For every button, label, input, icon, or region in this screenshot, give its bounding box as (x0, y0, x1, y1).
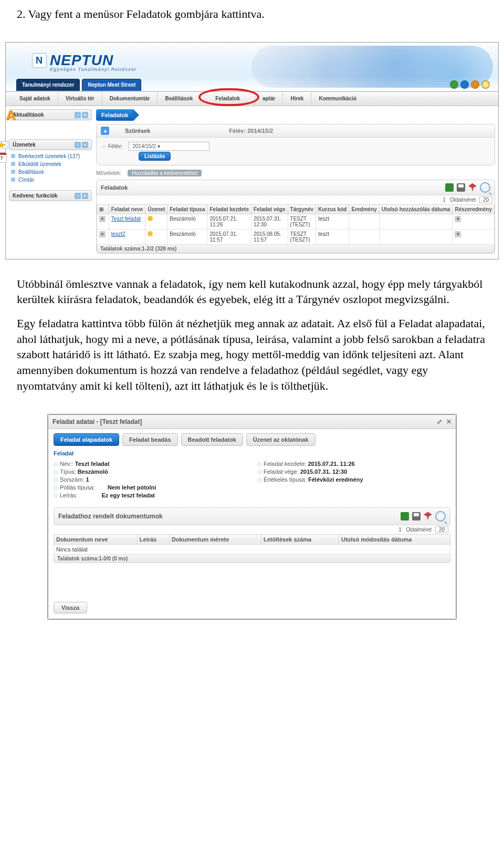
tab-beadas[interactable]: Feladat beadás (122, 433, 177, 446)
expand-icon[interactable]: + (99, 231, 106, 237)
contrast-icon[interactable] (481, 80, 490, 89)
sidebar-head-aktualitasok[interactable]: Aktualitások ↕× (9, 109, 92, 120)
menu-sajat-adatok[interactable]: Saját adatok (12, 92, 58, 106)
row-menu-icon[interactable]: + (455, 231, 461, 237)
col-dok-letoltes[interactable]: Letöltések száma (261, 534, 339, 544)
filter-title: Szűrések (125, 128, 150, 134)
toptab-tanulmanyi[interactable]: Tanulmányi rendszer (16, 79, 80, 91)
tab-beadott[interactable]: Beadott feladatok (181, 433, 243, 446)
theme-icon-orange[interactable] (471, 80, 479, 89)
add-favorite-link[interactable]: Hozzáadás a kedvencekhez (128, 170, 202, 176)
neptun-logo-mark: N (32, 53, 47, 68)
felev-select[interactable]: 2014/15/2 ▾ (129, 142, 209, 151)
bullet-icon (11, 178, 15, 182)
menu-naptar-cropped[interactable]: aptár (255, 92, 282, 106)
expand-icon[interactable]: + (99, 216, 106, 222)
bullet-icon (11, 162, 15, 166)
col-utolso-hozzaszolas[interactable]: Utolsó hozzászólás dátuma (379, 204, 453, 214)
col-reszeredmeny[interactable]: Részeredmény (453, 204, 495, 214)
sidebar-head-kedvenc[interactable]: Kedvenc funkciók ↕× (9, 190, 92, 201)
table-row[interactable]: + teszt2 Beszámoló 2015.07.31. 11:57 201… (97, 229, 495, 244)
cell-start: 2015.07.31. 11:57 (207, 229, 251, 244)
collapse-icon[interactable]: ↕ (75, 142, 81, 148)
col-dok-modositas[interactable]: Utolsó módosítás dátuma (339, 534, 450, 544)
grid-title: Feladatok (101, 184, 128, 191)
col-feladat-vege[interactable]: Feladat vége (251, 204, 288, 214)
menu-dokumentumtar[interactable]: Dokumentumtár (102, 92, 158, 106)
col-expand[interactable]: ⊞ (97, 204, 109, 214)
docs-table: Dokumentum neve Leírás Dokumentum mérete… (54, 534, 450, 555)
theme-icon-green[interactable] (450, 80, 458, 89)
collapse-icon[interactable]: ↕ (75, 112, 81, 118)
task-link[interactable]: Teszt feladat (111, 216, 141, 222)
pin-icon[interactable] (468, 183, 477, 192)
task-link[interactable]: teszt2 (111, 231, 125, 237)
results-summary: Találatok száma:1-2/2 (328 ms) (97, 245, 495, 253)
neptun-brand-sub: Egységes Tanulmányi Rendszer (50, 67, 136, 72)
close-icon[interactable]: × (82, 142, 88, 148)
table-row[interactable]: + Teszt feladat Beszámoló 2015.07.21. 11… (97, 214, 495, 229)
row-menu-icon[interactable]: + (455, 216, 461, 222)
print-icon[interactable] (412, 512, 421, 520)
toptab-meetstreet[interactable]: Neptun Meet Street (82, 79, 141, 91)
expand-icon[interactable]: ⤢ (437, 418, 442, 425)
col-dok-leiras[interactable]: Leírás (137, 534, 169, 544)
close-icon[interactable]: × (82, 112, 88, 118)
collapse-icon[interactable]: ↕ (75, 193, 81, 199)
menu-virtualis-ter[interactable]: Virtuális tér (58, 92, 102, 106)
col-feladat-kezdete[interactable]: Feladat kezdete (207, 204, 251, 214)
msg-status-icon (148, 216, 153, 221)
search-icon[interactable] (480, 182, 490, 193)
search-icon[interactable] (435, 511, 446, 522)
felev-label: Félév: (108, 143, 122, 149)
tab-uzenet[interactable]: Üzenet az oktatónak (246, 433, 316, 446)
msg-status-icon (148, 231, 153, 236)
close-icon[interactable]: ✕ (446, 418, 452, 425)
grid-panel: Feladatok 1 Oldalméret 20 ⊞ (96, 180, 495, 254)
star-icon: ★ (0, 139, 6, 151)
col-kurzus-kod[interactable]: Kurzus kód (316, 204, 349, 214)
col-feladat-neve[interactable]: Feladat neve (109, 204, 145, 214)
sidebar-head-kedvenc-label: Kedvenc funkciók (13, 193, 58, 199)
theme-icon-blue[interactable] (460, 80, 469, 89)
page-size-select[interactable]: 20 (435, 526, 448, 533)
col-feladat-tipusa[interactable]: Feladat típusa (167, 204, 207, 214)
col-uzenet[interactable]: Üzenet (145, 204, 167, 214)
cell-subject: TESZT (TESZT) (288, 214, 316, 229)
pin-icon[interactable] (424, 512, 432, 520)
sidebar-head-uzenetek[interactable]: Üzenetek ↕× (9, 139, 92, 150)
fld-name-value: Teszt feladat (75, 461, 110, 467)
tab-alapadatok[interactable]: Feladat alapadatok (54, 433, 119, 446)
banner-icon-row (450, 80, 490, 89)
col-eredmeny[interactable]: Eredmény (349, 204, 379, 214)
page-size-select[interactable]: 20 (479, 196, 492, 203)
docs-results-summary: Találatok száma:1-0/0 (0 ms) (54, 555, 450, 563)
ops-label: Műveletek: (96, 170, 121, 176)
page-size-label: Oldalméret (450, 197, 476, 203)
back-button[interactable]: Vissza (54, 602, 87, 613)
sidebar-link-inbox[interactable]: Beérkezett üzenetek (137) (18, 153, 80, 159)
fld-leiras-label: Leírás: (60, 492, 78, 498)
task-detail-dialog: Feladat adatai - [Teszt feladat] ⤢ ✕ Fel… (48, 414, 456, 619)
export-xls-icon[interactable] (401, 512, 409, 520)
doc-paragraph-2: Egy feladatra kattintva több fülön át né… (17, 316, 487, 393)
col-targynev[interactable]: Tárgynév (288, 204, 316, 214)
menu-beallitasok[interactable]: Beállítások (157, 92, 200, 106)
cell-start: 2015.07.21. 11:26 (207, 214, 251, 229)
menu-kommunikacio[interactable]: Kommunikáció (311, 92, 364, 106)
menu-hirek[interactable]: Hírek (282, 92, 311, 106)
sidebar-link-contacts[interactable]: Címtár (18, 177, 34, 183)
close-icon[interactable]: × (82, 193, 88, 199)
sidebar-link-settings[interactable]: Beállítások (18, 169, 44, 175)
cell-type: Beszámoló (167, 229, 207, 244)
sidebar: A Aktualitások ↕× ✉️ ★ Üzenetek ↕× 7 Beé (6, 106, 94, 259)
toggle-icon[interactable]: ▴ (101, 127, 109, 135)
col-dok-neve[interactable]: Dokumentum neve (54, 534, 138, 544)
menu-feladatok[interactable]: Feladatok (200, 92, 255, 106)
col-dok-meret[interactable]: Dokumentum mérete (169, 534, 261, 544)
export-xls-icon[interactable] (445, 183, 454, 192)
doc-paragraph-1: Utóbbinál ömlesztve vannak a feladatok, … (17, 276, 487, 307)
listazas-button[interactable]: Listázás (139, 152, 171, 161)
sidebar-link-sent[interactable]: Elküldött üzenetek (18, 161, 61, 167)
print-icon[interactable] (457, 183, 465, 192)
